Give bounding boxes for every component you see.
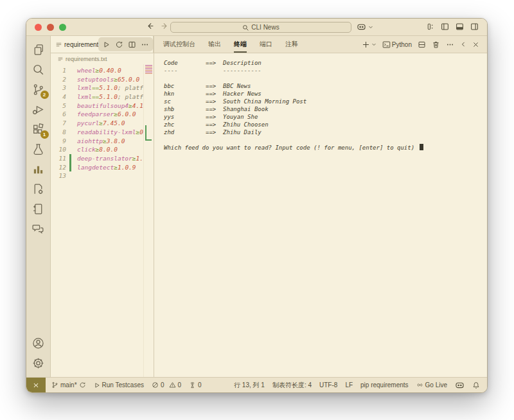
vscode-window: CLI News bbox=[26, 18, 488, 393]
code-lines: 1wheel≥0.40.02setuptools≥65.0.03lxml==5.… bbox=[51, 66, 154, 180]
panel: 调试控制台输出终端端口注释 bbox=[154, 36, 487, 377]
command-center-search[interactable]: CLI News bbox=[170, 22, 351, 33]
minimize-window-button[interactable] bbox=[47, 24, 54, 31]
file-settings-icon[interactable] bbox=[29, 179, 48, 199]
run-debug-icon[interactable] bbox=[29, 100, 48, 119]
code-line-4[interactable]: 4lxml==5.1.0; platform bbox=[51, 92, 154, 101]
line-number: 11 bbox=[51, 154, 66, 163]
forward-icon[interactable] bbox=[161, 22, 169, 30]
notifications-bell-icon[interactable] bbox=[472, 381, 480, 389]
code-text bbox=[71, 171, 154, 180]
code-line-1[interactable]: 1wheel≥0.40.0 bbox=[51, 66, 154, 75]
errors-icon bbox=[152, 381, 159, 389]
traffic-lights bbox=[35, 24, 66, 31]
minimap-modified-marker-h bbox=[145, 139, 152, 141]
language-mode-status[interactable]: pip requirements bbox=[360, 381, 408, 389]
activity-bar: 2 1 bbox=[26, 36, 51, 377]
chart-extension-icon[interactable] bbox=[29, 159, 48, 179]
run-testcases-status[interactable]: Run Testcases bbox=[94, 381, 144, 389]
new-terminal-icon[interactable] bbox=[362, 40, 370, 49]
warnings-count: 0 bbox=[178, 381, 182, 389]
warnings-icon bbox=[169, 381, 176, 389]
rerun-icon[interactable] bbox=[114, 39, 125, 50]
code-line-6[interactable]: 6feedparser≥6.0.0 bbox=[51, 110, 154, 119]
panel-tab-1[interactable]: 输出 bbox=[208, 36, 221, 53]
minimap[interactable] bbox=[143, 64, 154, 377]
extensions-icon[interactable]: 1 bbox=[29, 119, 48, 139]
code-text: aiohttp≥3.8.0 bbox=[71, 137, 154, 146]
close-window-button[interactable] bbox=[35, 24, 42, 31]
code-line-12[interactable]: 12langdetect≥1.0.9 bbox=[51, 163, 154, 172]
editor-tab-bar: requirements bbox=[51, 36, 154, 53]
zoom-window-button[interactable] bbox=[59, 24, 66, 31]
copilot-icon[interactable] bbox=[357, 22, 366, 31]
panel-tab-3[interactable]: 端口 bbox=[260, 36, 272, 53]
line-number: 2 bbox=[51, 75, 66, 84]
cursor-position-status[interactable]: 行 13, 列 1 bbox=[234, 381, 265, 390]
back-icon[interactable] bbox=[146, 22, 154, 30]
line-number: 7 bbox=[51, 119, 66, 128]
toggle-panel-icon[interactable] bbox=[456, 22, 464, 31]
code-line-9[interactable]: 9aiohttp≥3.8.0 bbox=[51, 137, 154, 146]
file-diff-icon[interactable] bbox=[29, 199, 48, 219]
customize-layout-icon[interactable] bbox=[427, 22, 434, 31]
kill-terminal-icon[interactable] bbox=[432, 40, 440, 49]
toggle-secondary-sidebar-icon[interactable] bbox=[470, 22, 479, 31]
branch-status[interactable]: main* bbox=[51, 381, 86, 389]
panel-more-icon[interactable] bbox=[446, 40, 454, 49]
new-terminal-dropdown-icon[interactable] bbox=[371, 42, 377, 47]
account-icon[interactable] bbox=[29, 333, 48, 353]
code-text: setuptools≥65.0.0 bbox=[71, 75, 154, 84]
panel-tab-0[interactable]: 调试控制台 bbox=[163, 36, 195, 53]
search-icon bbox=[242, 24, 249, 31]
testing-icon[interactable] bbox=[29, 139, 48, 159]
line-number: 3 bbox=[51, 83, 66, 92]
close-panel-icon[interactable] bbox=[472, 41, 479, 48]
code-line-3[interactable]: 3lxml==5.1.0; platform bbox=[51, 83, 154, 92]
breadcrumb[interactable]: requirements.txt bbox=[51, 53, 154, 64]
run-file-icon[interactable] bbox=[101, 39, 112, 50]
ports-status[interactable]: 0 bbox=[189, 381, 202, 389]
code-line-7[interactable]: 7pycurl≥7.45.0 bbox=[51, 119, 154, 128]
problems-status[interactable]: 0 0 bbox=[152, 381, 181, 389]
play-icon bbox=[94, 382, 100, 389]
more-actions-icon[interactable] bbox=[139, 39, 150, 50]
code-text: pycurl≥7.45.0 bbox=[71, 119, 154, 128]
code-line-11[interactable]: 11deep-translator≥1.9.0 bbox=[51, 154, 154, 163]
chevron-down-icon[interactable] bbox=[368, 24, 373, 30]
comments-icon[interactable] bbox=[29, 219, 48, 239]
code-line-10[interactable]: 10click≥8.0.0 bbox=[51, 145, 154, 154]
line-number: 6 bbox=[51, 110, 66, 119]
terminal-profile[interactable]: Python bbox=[382, 40, 412, 49]
errors-count: 0 bbox=[161, 381, 164, 389]
panel-tabs: 调试控制台输出终端端口注释 bbox=[154, 36, 298, 53]
breadcrumb-label: requirements.txt bbox=[66, 56, 107, 62]
search-view-icon[interactable] bbox=[29, 60, 48, 80]
tab-size-status[interactable]: 制表符长度: 4 bbox=[272, 381, 312, 390]
panel-tab-2-active[interactable]: 终端 bbox=[234, 36, 247, 53]
line-number: 1 bbox=[51, 66, 66, 75]
line-number: 13 bbox=[51, 171, 66, 180]
encoding-status[interactable]: UTF-8 bbox=[319, 381, 337, 389]
split-editor-icon[interactable] bbox=[127, 39, 137, 50]
remote-indicator[interactable] bbox=[26, 378, 46, 392]
toggle-sidebar-icon[interactable] bbox=[441, 22, 449, 31]
terminal-view[interactable]: Code ==> Description ---- ----------- bb… bbox=[154, 53, 487, 377]
code-editor[interactable]: 1wheel≥0.40.02setuptools≥65.0.03lxml==5.… bbox=[51, 64, 154, 377]
copilot-status-icon[interactable] bbox=[455, 381, 465, 389]
source-control-icon[interactable]: 2 bbox=[29, 80, 48, 100]
split-terminal-icon[interactable] bbox=[418, 40, 426, 49]
code-line-8[interactable]: 8readability-lxml≥0.8 bbox=[51, 128, 154, 137]
chevron-icon[interactable] bbox=[460, 41, 466, 48]
eol-status[interactable]: LF bbox=[345, 381, 353, 389]
settings-gear-icon[interactable] bbox=[29, 353, 48, 373]
code-line-13[interactable]: 13 bbox=[51, 171, 154, 180]
terminal-icon bbox=[382, 40, 391, 49]
panel-tab-4[interactable]: 注释 bbox=[285, 36, 298, 53]
code-line-2[interactable]: 2setuptools≥65.0.0 bbox=[51, 75, 154, 84]
go-live-status[interactable]: Go Live bbox=[416, 381, 447, 389]
explorer-icon[interactable] bbox=[29, 40, 48, 60]
line-number: 5 bbox=[51, 101, 66, 110]
code-text: click≥8.0.0 bbox=[71, 145, 154, 154]
code-line-5[interactable]: 5beautifulsoup4≥4.12.0 bbox=[51, 101, 154, 110]
